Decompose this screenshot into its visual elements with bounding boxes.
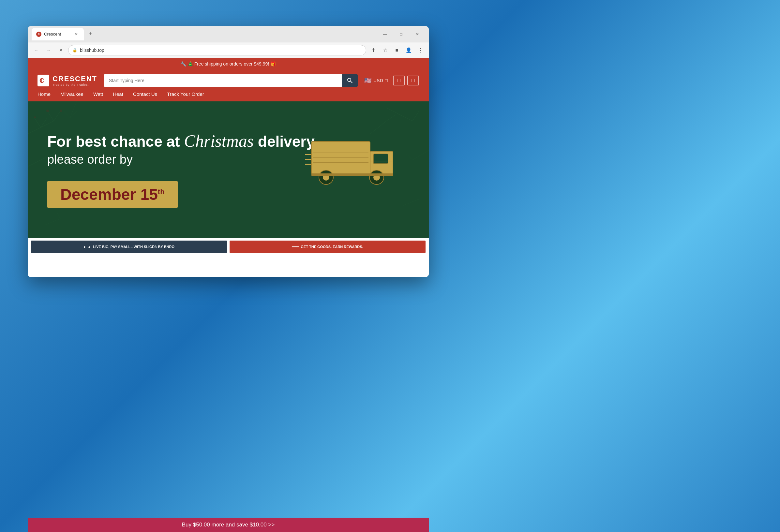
search-button[interactable] bbox=[342, 74, 358, 87]
website-content: 🔧 🎄 Free shipping on orders over $49.99!… bbox=[28, 58, 429, 277]
currency-chevron: □ bbox=[385, 78, 388, 83]
svg-line-19 bbox=[70, 101, 77, 118]
window-maximize-button[interactable]: □ bbox=[394, 29, 408, 40]
svg-line-4 bbox=[350, 81, 352, 83]
date-box: December 15th bbox=[47, 181, 178, 208]
hero-text-prefix: For best chance at bbox=[47, 133, 184, 150]
address-bar[interactable]: 🔒 blisshub.top bbox=[68, 45, 366, 55]
rewards-promo-button[interactable]: ━━━ GET THE GOODS. EARN REWARDS. bbox=[230, 241, 426, 253]
svg-line-12 bbox=[386, 108, 412, 121]
url-display: blisshub.top bbox=[80, 48, 104, 53]
banner-text: 🔧 🎄 Free shipping on orders over $49.99!… bbox=[181, 61, 276, 66]
title-bar: C Crescent ✕ + — □ ✕ bbox=[28, 26, 429, 42]
window-controls: — □ ✕ bbox=[377, 29, 425, 40]
logo-area: C CRESCENT Trusted by the Trades. bbox=[38, 75, 97, 87]
share-button[interactable]: ⬆ bbox=[368, 45, 379, 55]
top-banner: 🔧 🎄 Free shipping on orders over $49.99!… bbox=[28, 58, 429, 70]
profile-button[interactable]: 👤 bbox=[403, 45, 414, 55]
window-minimize-button[interactable]: — bbox=[377, 29, 392, 40]
active-tab[interactable]: C Crescent ✕ bbox=[32, 28, 84, 41]
svg-line-22 bbox=[412, 150, 429, 160]
more-button[interactable]: ⋮ bbox=[415, 45, 426, 55]
sticky-bar-text: Buy $50.00 more and save $10.00 >> bbox=[182, 522, 275, 528]
svg-rect-41 bbox=[311, 173, 370, 176]
svg-line-25 bbox=[44, 219, 60, 225]
header-right: 🇺🇸 USD □ □ □ bbox=[364, 75, 419, 86]
hero-section: For best chance at Christmas delivery, p… bbox=[28, 101, 429, 238]
nav-home[interactable]: Home bbox=[38, 91, 51, 97]
window-close-button[interactable]: ✕ bbox=[410, 29, 425, 40]
nav-track-order[interactable]: Track Your Order bbox=[167, 91, 204, 97]
nav-milwaukee[interactable]: Milwaukee bbox=[60, 91, 84, 97]
toolbar-right: ⬆ ☆ ■ 👤 ⋮ bbox=[368, 45, 426, 55]
logo-icon: C bbox=[38, 75, 49, 87]
svg-point-18 bbox=[34, 116, 36, 118]
site-header: C CRESCENT Trusted by the Trades. bbox=[28, 70, 429, 91]
promo-btn1-text: LIVE BIG, PAY SMALL - WITH SLICE® BY BNR… bbox=[93, 245, 175, 249]
sticky-savings-bar[interactable]: Buy $50.00 more and save $10.00 >> bbox=[28, 518, 429, 532]
svg-line-21 bbox=[70, 111, 77, 118]
hero-text-script: Christmas bbox=[184, 132, 254, 150]
tab-close-button[interactable]: ✕ bbox=[74, 31, 79, 37]
svg-point-16 bbox=[60, 110, 62, 112]
wishlist-button[interactable]: □ bbox=[393, 75, 405, 86]
hero-content: For best chance at Christmas delivery, p… bbox=[47, 132, 409, 208]
svg-line-7 bbox=[47, 111, 54, 121]
logo-tagline: Trusted by the Trades. bbox=[52, 83, 97, 87]
nav-bar: Home Milwaukee Watt Heat Contact Us Trac… bbox=[28, 91, 429, 101]
sidebar-button[interactable]: ■ bbox=[392, 45, 402, 55]
delivery-truck bbox=[305, 135, 396, 189]
currency-label: USD bbox=[373, 78, 383, 83]
address-bar-row: ← → ✕ 🔒 blisshub.top ⬆ ☆ ■ 👤 ⋮ bbox=[28, 42, 429, 58]
back-button[interactable]: ← bbox=[31, 45, 41, 55]
svg-point-17 bbox=[46, 110, 49, 112]
bottom-promo-section: ● ▲ LIVE BIG, PAY SMALL - WITH SLICE® BY… bbox=[28, 238, 429, 255]
search-area bbox=[104, 74, 358, 87]
logo-text: CRESCENT Trusted by the Trades. bbox=[52, 75, 97, 87]
lock-icon: 🔒 bbox=[72, 48, 77, 52]
tab-title: Crescent bbox=[44, 32, 61, 37]
reload-button[interactable]: ✕ bbox=[56, 45, 66, 55]
tab-favicon: C bbox=[36, 32, 41, 37]
svg-line-15 bbox=[386, 114, 396, 121]
logo-name: CRESCENT bbox=[52, 75, 97, 83]
svg-line-9 bbox=[41, 118, 47, 127]
cart-button[interactable]: □ bbox=[407, 75, 419, 86]
promo-btn2-text: GET THE GOODS. EARN REWARDS. bbox=[301, 245, 363, 249]
desktop: C Crescent ✕ + — □ ✕ ← bbox=[0, 0, 780, 532]
new-tab-button[interactable]: + bbox=[86, 30, 95, 39]
date-text: December 15th bbox=[60, 185, 165, 203]
header-icons: □ □ bbox=[393, 75, 419, 86]
tab-area: C Crescent ✕ + bbox=[32, 26, 374, 42]
svg-line-6 bbox=[54, 111, 60, 121]
nav-contact-us[interactable]: Contact Us bbox=[133, 91, 157, 97]
browser-window: C Crescent ✕ + — □ ✕ ← bbox=[28, 26, 429, 277]
svg-rect-42 bbox=[369, 173, 393, 176]
nav-heat[interactable]: Heat bbox=[113, 91, 123, 97]
nav-watt[interactable]: Watt bbox=[93, 91, 103, 97]
svg-rect-29 bbox=[373, 154, 388, 164]
forward-button[interactable]: → bbox=[43, 45, 54, 55]
slice-promo-button[interactable]: ● ▲ LIVE BIG, PAY SMALL - WITH SLICE® BY… bbox=[31, 241, 227, 253]
search-input[interactable] bbox=[104, 74, 342, 87]
bookmark-button[interactable]: ☆ bbox=[380, 45, 390, 55]
currency-selector[interactable]: 🇺🇸 USD □ bbox=[364, 77, 388, 84]
svg-line-13 bbox=[412, 111, 419, 121]
svg-line-20 bbox=[63, 111, 70, 118]
svg-line-26 bbox=[57, 212, 60, 219]
svg-line-8 bbox=[34, 118, 41, 127]
flag-icon: 🇺🇸 bbox=[364, 77, 372, 84]
